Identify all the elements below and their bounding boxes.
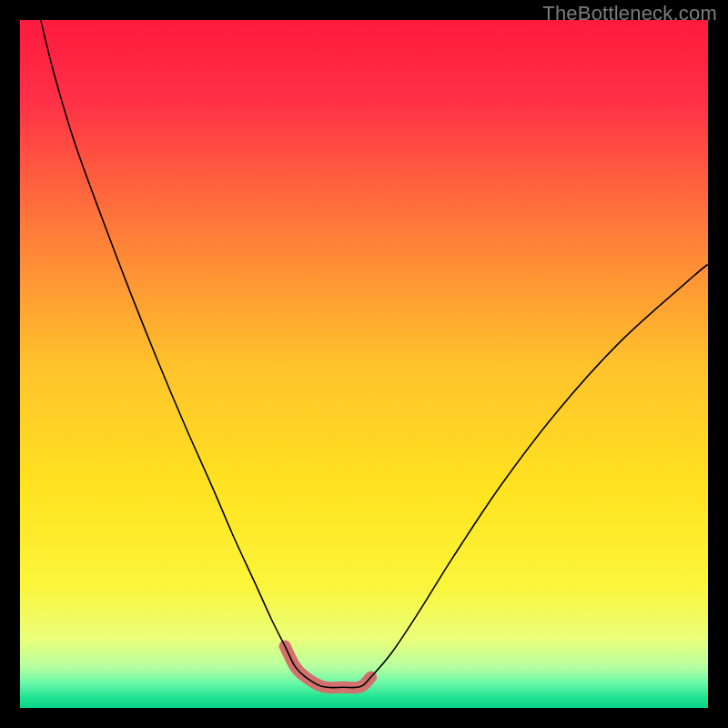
series-bottleneck-curve <box>41 20 708 688</box>
watermark-text: TheBottleneck.com <box>542 2 717 25</box>
chart-frame: TheBottleneck.com <box>0 0 728 728</box>
chart-svg <box>20 20 708 708</box>
series-critical-zone <box>285 646 371 688</box>
chart-plot-area <box>20 20 708 708</box>
